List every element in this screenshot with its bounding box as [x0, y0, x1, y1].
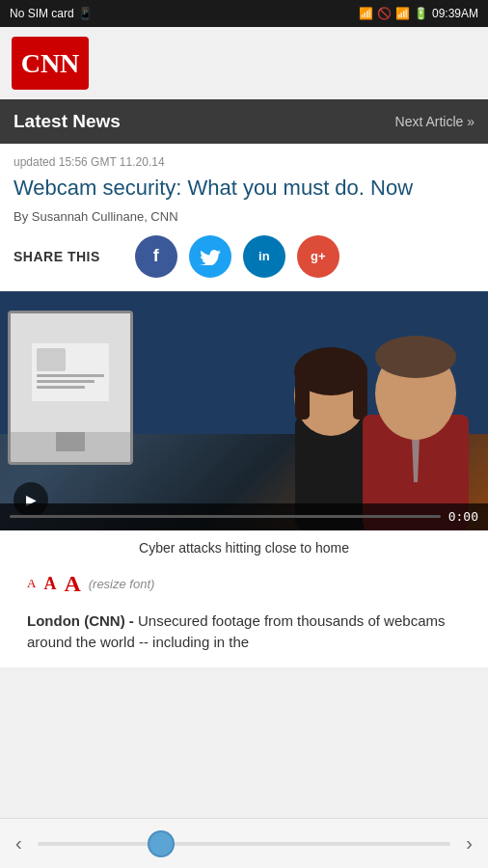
article-body: London (CNN) - Unsecured footage from th…: [14, 607, 474, 667]
person2-svg: [343, 328, 488, 530]
cnn-header: CNN: [0, 27, 488, 99]
article-lead: London (CNN) -: [27, 612, 134, 629]
article-content: updated 15:56 GMT 11.20.14 Webcam securi…: [0, 144, 488, 667]
share-section: SHARE THIS f in g+: [14, 235, 474, 278]
article-title: Webcam security: What you must do. Now: [14, 175, 474, 202]
googleplus-share-button[interactable]: g+: [297, 235, 339, 278]
carrier-icon: 📱: [78, 7, 93, 20]
video-time: 0:00: [448, 509, 478, 524]
svg-rect-1: [37, 348, 66, 371]
article-updated: updated 15:56 GMT 11.20.14: [14, 155, 474, 169]
font-size-large[interactable]: A: [64, 571, 80, 597]
status-left: No SIM card 📱: [10, 7, 93, 20]
font-resize-section: A A A (resize font): [14, 565, 474, 607]
progress-track: [10, 515, 441, 518]
monitor-stand: [56, 432, 85, 451]
status-right: 📶 🚫 📶 🔋 09:39AM: [359, 7, 478, 20]
forward-button[interactable]: ›: [466, 832, 473, 854]
monitor-prop: [8, 311, 133, 465]
facebook-share-button[interactable]: f: [135, 235, 177, 278]
scroll-track[interactable]: [38, 842, 451, 846]
bottom-nav: ‹ ›: [0, 818, 488, 868]
battery-icon: 🔋: [414, 7, 428, 20]
video-caption: Cyber attacks hitting close to home: [14, 530, 474, 565]
carrier-label: No SIM card: [10, 7, 74, 20]
font-size-small[interactable]: A: [27, 576, 36, 591]
next-article-button[interactable]: Next Article »: [395, 114, 474, 129]
twitter-bird-icon: [200, 248, 221, 265]
monitor-content-icon: [32, 343, 109, 401]
svg-rect-2: [37, 374, 104, 377]
resize-font-label: (resize font): [89, 577, 155, 591]
sim-blocked-icon: 🚫: [377, 7, 392, 20]
back-button[interactable]: ‹: [15, 832, 22, 854]
wifi-icon: 📶: [359, 7, 373, 20]
svg-point-13: [375, 336, 456, 378]
time-label: 09:39AM: [432, 7, 478, 20]
article-author: By Susannah Cullinane, CNN: [14, 209, 474, 224]
share-label: SHARE THIS: [14, 249, 100, 264]
svg-rect-8: [295, 371, 310, 420]
video-container[interactable]: ▶ 0:00: [0, 291, 488, 530]
person2-body: [343, 328, 488, 530]
monitor-screen: [11, 313, 130, 432]
latest-news-title: Latest News: [14, 111, 121, 132]
scroll-thumb[interactable]: [148, 830, 175, 857]
social-icons: f in g+: [135, 235, 339, 278]
status-bar: No SIM card 📱 📶 🚫 📶 🔋 09:39AM: [0, 0, 488, 27]
svg-rect-3: [37, 380, 95, 383]
font-size-medium[interactable]: A: [43, 574, 56, 594]
svg-rect-4: [37, 386, 85, 389]
signal-icon: 📶: [395, 7, 410, 20]
cnn-logo[interactable]: CNN: [12, 37, 89, 90]
latest-news-bar: Latest News Next Article »: [0, 99, 488, 144]
video-progress-bar: 0:00: [0, 503, 488, 530]
linkedin-share-button[interactable]: in: [243, 235, 285, 278]
twitter-share-button[interactable]: [189, 235, 231, 278]
video-background: [0, 291, 488, 530]
